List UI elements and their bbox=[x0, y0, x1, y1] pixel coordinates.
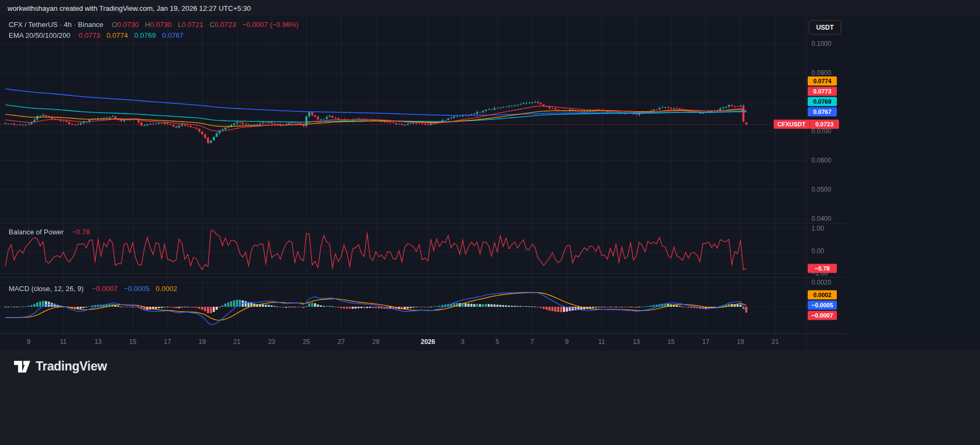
high-label: H bbox=[145, 21, 150, 29]
price-scale-label: 0.0020 bbox=[811, 279, 831, 286]
ema-value-badge: 0.0774 bbox=[808, 76, 837, 85]
attribution-text: workwithshayan created with TradingView.… bbox=[8, 4, 251, 12]
time-axis-label: 21 bbox=[771, 338, 778, 346]
time-axis-label: 23 bbox=[268, 338, 275, 346]
bop-current-value: −0.78 bbox=[72, 228, 90, 236]
time-axis-label: 3 bbox=[461, 338, 465, 346]
time-axis-label: 2026 bbox=[421, 338, 435, 346]
ema-value-badge: 0.0773 bbox=[808, 86, 837, 96]
symbol-title[interactable]: CFX / TetherUS · 4h · Binance bbox=[9, 21, 103, 29]
price-scale-label: 0.1000 bbox=[811, 40, 831, 48]
time-axis-label: 11 bbox=[598, 338, 605, 346]
time-axis-label: 9 bbox=[565, 338, 569, 346]
ema200-value: 0.0767 bbox=[162, 31, 184, 39]
time-axis-label: 11 bbox=[60, 338, 66, 346]
currency-toggle-button[interactable]: USDT bbox=[809, 20, 841, 35]
time-axis-label: 5 bbox=[495, 338, 499, 346]
time-axis-label: 19 bbox=[199, 338, 206, 346]
macd-line-value: −0.0005 bbox=[124, 285, 149, 293]
open-label: O bbox=[112, 21, 117, 29]
attribution-bar: workwithshayan created with TradingView.… bbox=[0, 0, 980, 16]
low-value: 0.0721 bbox=[182, 21, 204, 29]
chart-area: CFX / TetherUS · 4h · Binance O0.0730 H0… bbox=[0, 16, 980, 350]
macd-value-badge: −0.0005 bbox=[808, 300, 837, 309]
macd-legend: MACD (close, 12, 26, 9) −0.0007 −0.0005 … bbox=[9, 285, 182, 293]
main-legend: CFX / TetherUS · 4h · Binance O0.0730 H0… bbox=[9, 21, 299, 29]
close-label: C bbox=[210, 21, 214, 29]
macd-indicator-title[interactable]: MACD (close, 12, 26, 9) bbox=[9, 285, 84, 293]
pane-separator[interactable] bbox=[0, 223, 846, 224]
ema-value-badge: 0.0769 bbox=[808, 97, 837, 106]
time-axis-label: 21 bbox=[233, 338, 240, 346]
ema100-value: 0.0769 bbox=[135, 31, 156, 39]
tradingview-screenshot: workwithshayan created with TradingView.… bbox=[0, 0, 980, 445]
ema-indicator-title[interactable]: EMA 20/50/100/200 bbox=[9, 31, 70, 39]
price-scale-label: 0.00 bbox=[811, 247, 824, 255]
time-axis-label: 29 bbox=[372, 338, 379, 346]
price-scale-label: 1.00 bbox=[811, 225, 824, 232]
time-axis-label: 27 bbox=[338, 338, 345, 346]
tradingview-logo-icon bbox=[14, 361, 30, 373]
close-value: 0.0723 bbox=[214, 21, 236, 29]
ema20-value: 0.0773 bbox=[79, 31, 100, 39]
time-axis-label: 9 bbox=[27, 338, 31, 346]
price-scale-label: 0.0500 bbox=[811, 186, 831, 193]
price-scale-label: 0.0400 bbox=[811, 215, 831, 223]
time-axis-label: 15 bbox=[129, 338, 136, 346]
last-price-value: 0.0723 bbox=[810, 120, 839, 129]
macd-value-badge: −0.0007 bbox=[808, 311, 837, 320]
time-axis-label: 15 bbox=[667, 338, 674, 346]
time-axis-label: 7 bbox=[531, 338, 534, 346]
price-scale-label: 0.0900 bbox=[811, 69, 831, 77]
time-axis-label: 13 bbox=[633, 338, 640, 346]
price-scale-border bbox=[806, 16, 807, 350]
last-price-badge: CFXUSDT 0.0723 bbox=[774, 120, 839, 129]
bop-indicator-title[interactable]: Balance of Power bbox=[9, 228, 64, 236]
time-axis[interactable]: 9111315171921232527292026357911131517192… bbox=[0, 333, 846, 350]
high-value: 0.0730 bbox=[150, 21, 172, 29]
ema50-value: 0.0774 bbox=[106, 31, 128, 39]
symbol-name-label: CFXUSDT bbox=[774, 120, 810, 129]
macd-signal-value: 0.0002 bbox=[156, 285, 177, 293]
time-axis-label: 17 bbox=[702, 338, 709, 346]
macd-hist-value: −0.0007 bbox=[92, 285, 117, 293]
macd-value-badge: 0.0002 bbox=[808, 290, 837, 299]
time-axis-label: 13 bbox=[95, 338, 102, 346]
price-scale-label: 0.0600 bbox=[811, 157, 831, 164]
time-axis-label: 17 bbox=[164, 338, 171, 346]
open-value: 0.0730 bbox=[117, 21, 139, 29]
ema-value-badge: 0.0767 bbox=[808, 107, 837, 116]
tradingview-brand-link[interactable]: TradingView bbox=[0, 350, 133, 374]
bop-value-badge: −0.78 bbox=[808, 264, 837, 273]
bop-legend: Balance of Power −0.78 bbox=[9, 228, 94, 236]
low-label: L bbox=[178, 21, 182, 29]
pane-separator[interactable] bbox=[0, 277, 846, 278]
footer: TradingView bbox=[0, 350, 980, 445]
change-value: −0.0007 (−0.96%) bbox=[243, 21, 299, 29]
time-axis-label: 25 bbox=[303, 338, 310, 346]
ema-legend: EMA 20/50/100/200 0.0773 0.0774 0.0769 0… bbox=[9, 31, 188, 39]
time-axis-label: 19 bbox=[737, 338, 744, 346]
tradingview-wordmark: TradingView bbox=[36, 359, 107, 374]
